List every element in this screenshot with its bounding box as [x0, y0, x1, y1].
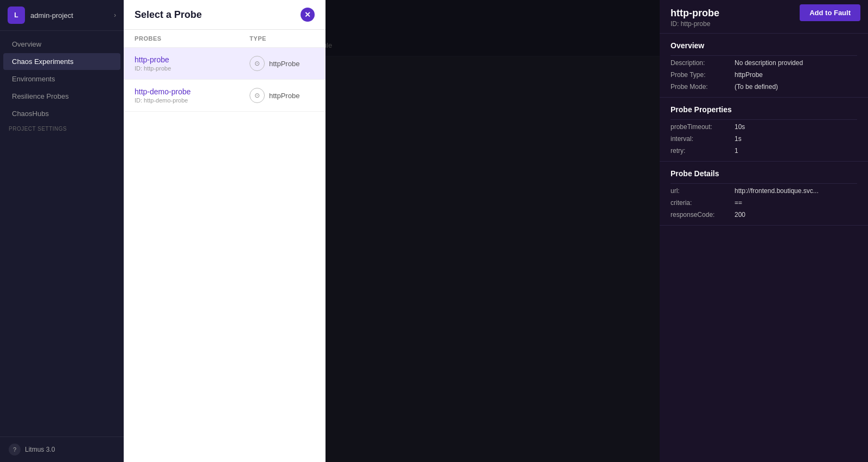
close-modal-button[interactable]: ✕: [301, 8, 315, 22]
probe-row-http-probe[interactable]: http-probe ID: http-probe ⊙ httpProbe: [124, 48, 326, 80]
probe-type-cell-1: ⊙ httpProbe: [250, 88, 315, 103]
main-area: My Projects / Chaos Experiments nex-exp-…: [124, 0, 868, 462]
add-to-fault-button[interactable]: Add to Fault: [800, 4, 860, 21]
detail-details-title: Probe Details: [671, 169, 857, 178]
retry-key: retry:: [671, 147, 730, 155]
probe-type-key: Probe Type:: [671, 71, 730, 79]
detail-row-criteria: criteria: ==: [671, 197, 857, 209]
properties-divider: [671, 119, 857, 120]
probe-name-http-probe: http-probe: [135, 55, 250, 64]
probe-info-http-probe: http-probe ID: http-probe: [135, 55, 250, 72]
detail-row-interval: interval: 1s: [671, 133, 857, 145]
detail-row-probe-mode: Probe Mode: (To be defined): [671, 81, 857, 93]
col-probes-header: PROBES: [135, 35, 250, 42]
detail-details-section: Probe Details url: http://frontend.bouti…: [660, 162, 868, 226]
description-value: No description provided: [735, 59, 803, 67]
sidebar: L admin-project › Overview Chaos Experim…: [0, 0, 124, 462]
probe-modal: Select a Probe ✕ PROBES TYPE http-probe …: [124, 0, 326, 462]
col-type-header: TYPE: [250, 35, 315, 42]
detail-row-probe-timeout: probeTimeout: 10s: [671, 121, 857, 133]
probe-modal-header: Select a Probe ✕: [124, 0, 326, 30]
detail-row-description: Description: No description provided: [671, 57, 857, 69]
sidebar-item-chaoshubs[interactable]: ChaosHubs: [3, 105, 120, 122]
probe-name-http-demo-probe: http-demo-probe: [135, 87, 250, 96]
help-icon[interactable]: ?: [9, 444, 21, 455]
url-value: http://frontend.boutique.svc...: [735, 187, 819, 195]
detail-row-retry: retry: 1: [671, 145, 857, 157]
overview-divider: [671, 55, 857, 56]
detail-properties-title: Probe Properties: [671, 105, 857, 114]
probe-type-label-1: httpProbe: [269, 92, 299, 100]
detail-row-probe-type: Probe Type: httpProbe: [671, 69, 857, 81]
sidebar-item-chaos-experiments[interactable]: Chaos Experiments: [3, 53, 120, 70]
url-key: url:: [671, 187, 730, 195]
sidebar-section-label: Project Settings: [0, 123, 124, 133]
sidebar-item-overview[interactable]: Overview: [3, 36, 120, 53]
probe-id-http-demo-probe: ID: http-demo-probe: [135, 97, 250, 104]
http-demo-probe-type-icon: ⊙: [250, 88, 265, 103]
detail-probe-id: ID: http-probe: [671, 20, 857, 28]
interval-key: interval:: [671, 135, 730, 143]
sidebar-footer: ? Litmus 3.0: [0, 437, 124, 462]
detail-overview-section: Overview Description: No description pro…: [660, 34, 868, 98]
description-key: Description:: [671, 59, 730, 67]
probe-mode-value: (To be defined): [735, 83, 778, 91]
probe-table-header: PROBES TYPE: [124, 30, 326, 48]
response-code-value: 200: [735, 211, 745, 219]
criteria-value: ==: [735, 199, 742, 207]
probe-timeout-key: probeTimeout:: [671, 123, 730, 131]
detail-overview-title: Overview: [671, 41, 857, 50]
probe-id-http-probe: ID: http-probe: [135, 65, 250, 72]
detail-panel: http-probe ID: http-probe Add to Fault O…: [660, 0, 868, 462]
modal-overlay: Select a Probe ✕ PROBES TYPE http-probe …: [124, 0, 868, 462]
detail-row-response-code: responseCode: 200: [671, 209, 857, 221]
probe-row-http-demo-probe[interactable]: http-demo-probe ID: http-demo-probe ⊙ ht…: [124, 80, 326, 112]
sidebar-project-name[interactable]: admin-project: [30, 11, 108, 20]
probe-type-value: httpProbe: [735, 71, 763, 79]
probe-type-label-0: httpProbe: [269, 60, 299, 68]
probe-timeout-value: 10s: [735, 123, 745, 131]
sidebar-item-environments[interactable]: Environments: [3, 70, 120, 87]
sidebar-header: L admin-project ›: [0, 0, 124, 31]
probe-info-http-demo-probe: http-demo-probe ID: http-demo-probe: [135, 87, 250, 104]
details-divider: [671, 183, 857, 184]
sidebar-item-resilience-probes[interactable]: Resilience Probes: [3, 88, 120, 105]
http-probe-type-icon: ⊙: [250, 56, 265, 71]
litmus-logo: L: [8, 7, 25, 24]
criteria-key: criteria:: [671, 199, 730, 207]
interval-value: 1s: [735, 135, 742, 143]
sidebar-nav: Overview Chaos Experiments Environments …: [0, 31, 124, 437]
retry-value: 1: [735, 147, 738, 155]
detail-row-url: url: http://frontend.boutique.svc...: [671, 185, 857, 197]
sidebar-chevron-icon[interactable]: ›: [114, 11, 116, 19]
version-label: Litmus 3.0: [25, 446, 55, 453]
response-code-key: responseCode:: [671, 211, 730, 219]
detail-properties-section: Probe Properties probeTimeout: 10s inter…: [660, 98, 868, 162]
probe-type-cell-0: ⊙ httpProbe: [250, 56, 315, 71]
probe-mode-key: Probe Mode:: [671, 83, 730, 91]
probe-modal-title: Select a Probe: [135, 9, 202, 21]
